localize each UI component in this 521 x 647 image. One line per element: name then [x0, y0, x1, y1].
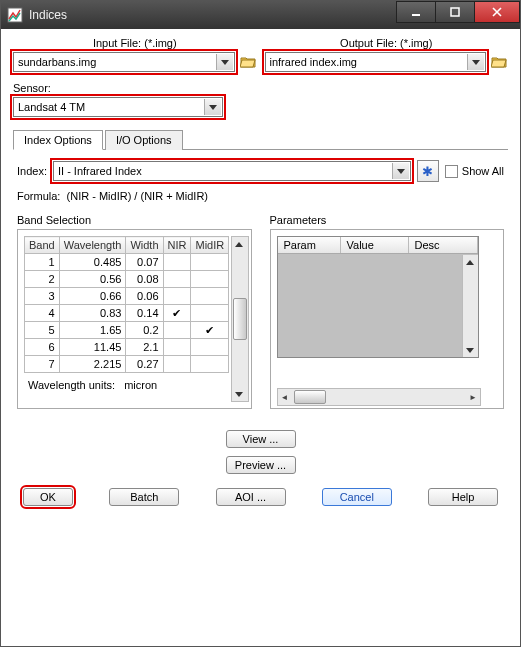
window-title: Indices	[29, 8, 67, 22]
cell-width[interactable]: 0.08	[126, 271, 163, 288]
cell-midir[interactable]	[191, 356, 229, 373]
cell-wl[interactable]: 0.66	[59, 288, 126, 305]
cell-nir[interactable]	[163, 271, 191, 288]
cell-wl[interactable]: 1.65	[59, 322, 126, 339]
scroll-up-icon[interactable]	[463, 255, 477, 269]
input-file-value: sundarbans.img	[18, 56, 96, 68]
params-col-param[interactable]: Param	[278, 237, 341, 253]
input-file-browse-icon[interactable]	[239, 53, 257, 71]
scroll-down-icon[interactable]	[463, 343, 477, 357]
band-vscroll[interactable]	[231, 236, 249, 402]
cell-wl[interactable]: 11.45	[59, 339, 126, 356]
scroll-left-icon[interactable]: ◄	[278, 390, 292, 404]
scroll-thumb[interactable]	[463, 295, 478, 317]
index-combo[interactable]: II - Infrared Index	[53, 161, 411, 181]
formula-label: Formula:	[17, 190, 60, 202]
cell-nir[interactable]	[163, 288, 191, 305]
table-row[interactable]: 20.560.08	[25, 271, 229, 288]
output-file-label: Output File: (*.img)	[265, 37, 509, 49]
index-label: Index:	[17, 165, 47, 177]
table-row[interactable]: 30.660.06	[25, 288, 229, 305]
scroll-thumb[interactable]	[294, 390, 326, 404]
maximize-button[interactable]	[435, 1, 475, 23]
scroll-right-icon[interactable]: ►	[466, 390, 480, 404]
input-file-dropdown-icon[interactable]	[216, 54, 233, 70]
close-button[interactable]	[474, 1, 520, 23]
cell-wl[interactable]: 0.83	[59, 305, 126, 322]
band-col-nir[interactable]: NIR	[163, 237, 191, 254]
band-col-band[interactable]: Band	[25, 237, 60, 254]
tab-body: Index: II - Infrared Index ✱ Show All Fo…	[13, 150, 508, 509]
view-button[interactable]: View ...	[226, 430, 296, 448]
cell-band[interactable]: 4	[25, 305, 60, 322]
output-file-browse-icon[interactable]	[490, 53, 508, 71]
cell-nir[interactable]	[163, 322, 191, 339]
cell-midir[interactable]	[191, 339, 229, 356]
help-button[interactable]: Help	[428, 488, 498, 506]
cell-band[interactable]: 6	[25, 339, 60, 356]
cell-width[interactable]: 0.2	[126, 322, 163, 339]
cell-band[interactable]: 2	[25, 271, 60, 288]
index-dropdown-icon[interactable]	[392, 163, 409, 179]
band-col-wavelength[interactable]: Wavelength	[59, 237, 126, 254]
cell-band[interactable]: 3	[25, 288, 60, 305]
cell-midir[interactable]	[191, 271, 229, 288]
table-row[interactable]: 72.2150.27	[25, 356, 229, 373]
params-hscroll[interactable]: ◄ ►	[277, 388, 482, 406]
output-file-combo[interactable]: infrared index.img	[265, 52, 487, 72]
params-vscroll[interactable]	[462, 255, 478, 357]
cell-width[interactable]: 2.1	[126, 339, 163, 356]
ok-button[interactable]: OK	[23, 488, 73, 506]
tab-index-options[interactable]: Index Options	[13, 130, 103, 150]
cell-midir[interactable]	[191, 305, 229, 322]
cell-width[interactable]: 0.06	[126, 288, 163, 305]
cell-midir[interactable]	[191, 254, 229, 271]
output-file-value: infrared index.img	[270, 56, 357, 68]
cell-midir[interactable]	[191, 288, 229, 305]
cell-nir[interactable]	[163, 339, 191, 356]
showall-checkbox[interactable]	[445, 165, 458, 178]
scroll-up-icon[interactable]	[232, 237, 246, 251]
scroll-down-icon[interactable]	[232, 387, 246, 401]
minimize-button[interactable]	[396, 1, 436, 23]
output-file-dropdown-icon[interactable]	[467, 54, 484, 70]
band-selection-box: Band Wavelength Width NIR MidIR 10.4850.…	[17, 229, 252, 409]
table-row[interactable]: 40.830.14✔	[25, 305, 229, 322]
aoi-button[interactable]: AOI ...	[216, 488, 286, 506]
preview-button[interactable]: Preview ...	[226, 456, 296, 474]
cell-nir[interactable]: ✔	[163, 305, 191, 322]
index-value: II - Infrared Index	[58, 165, 142, 177]
params-col-desc[interactable]: Desc	[409, 237, 479, 253]
cell-width[interactable]: 0.07	[126, 254, 163, 271]
sensor-combo[interactable]: Landsat 4 TM	[13, 97, 223, 117]
showall-label: Show All	[462, 165, 504, 177]
band-col-width[interactable]: Width	[126, 237, 163, 254]
cell-wl[interactable]: 2.215	[59, 356, 126, 373]
band-col-midir[interactable]: MidIR	[191, 237, 229, 254]
cancel-button[interactable]: Cancel	[322, 488, 392, 506]
cell-width[interactable]: 0.14	[126, 305, 163, 322]
cell-width[interactable]: 0.27	[126, 356, 163, 373]
favorite-button[interactable]: ✱	[417, 160, 439, 182]
tab-io-options[interactable]: I/O Options	[105, 130, 183, 150]
params-col-value[interactable]: Value	[341, 237, 409, 253]
cell-band[interactable]: 7	[25, 356, 60, 373]
cell-midir[interactable]: ✔	[191, 322, 229, 339]
cell-band[interactable]: 1	[25, 254, 60, 271]
cell-band[interactable]: 5	[25, 322, 60, 339]
table-row[interactable]: 51.650.2✔	[25, 322, 229, 339]
cell-wl[interactable]: 0.485	[59, 254, 126, 271]
batch-button[interactable]: Batch	[109, 488, 179, 506]
cell-nir[interactable]	[163, 356, 191, 373]
svg-rect-1	[412, 14, 420, 16]
svg-rect-2	[451, 8, 459, 16]
sensor-value: Landsat 4 TM	[18, 101, 85, 113]
wavelength-units-value: micron	[124, 379, 157, 391]
table-row[interactable]: 10.4850.07	[25, 254, 229, 271]
sensor-dropdown-icon[interactable]	[204, 99, 221, 115]
input-file-combo[interactable]: sundarbans.img	[13, 52, 235, 72]
cell-nir[interactable]	[163, 254, 191, 271]
scroll-thumb[interactable]	[233, 298, 247, 340]
cell-wl[interactable]: 0.56	[59, 271, 126, 288]
table-row[interactable]: 611.452.1	[25, 339, 229, 356]
